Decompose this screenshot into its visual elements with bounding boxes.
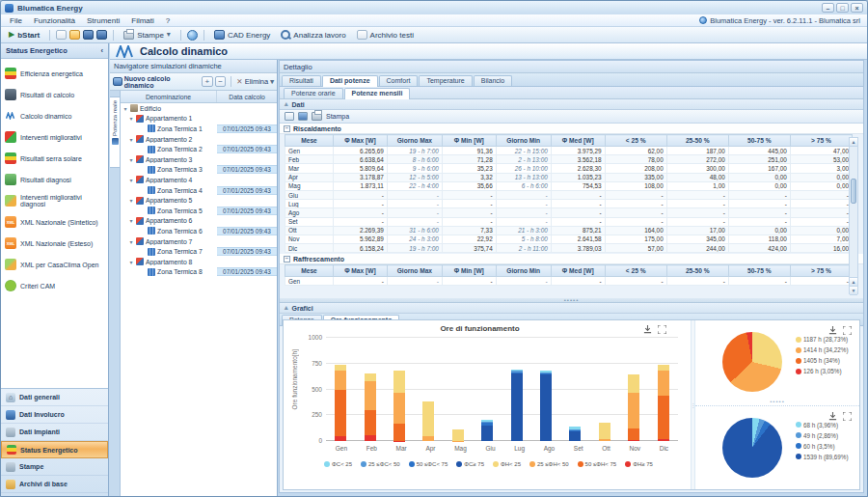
table-row[interactable]: Ott2.269,3931 - h 6:007,3321 - h 3:00875… (285, 226, 853, 235)
save-button[interactable] (83, 30, 94, 40)
column-header[interactable]: Φ Med [W] (551, 135, 605, 147)
export-blue-icon[interactable] (298, 112, 308, 121)
menu-item-file[interactable]: File (4, 16, 28, 25)
expand-all-button[interactable]: + (202, 76, 213, 87)
archivio-testi-button[interactable]: Archivio testi (353, 29, 418, 41)
tree-row[interactable]: Zona Termica 607/01/2025 09:43 (121, 226, 277, 236)
table-row[interactable]: Gen6.265,6919 - h 7:0091,3622 - h 15:003… (285, 147, 853, 155)
sidebar-item-9[interactable]: XMLXML Nazionale (Esteso) (1, 233, 108, 254)
expander-icon[interactable]: ▾ (128, 217, 134, 224)
expander-icon[interactable]: ▾ (128, 136, 134, 143)
sidebar-bottom-item-6[interactable]: Archivi di base (1, 476, 108, 493)
sidebar-bottom-item-1[interactable]: ⌂Dati generali (1, 389, 108, 406)
bar-mar[interactable] (393, 371, 405, 441)
sidebar-item-4[interactable]: Interventi migliorativi (1, 126, 108, 148)
bar-set[interactable] (569, 427, 581, 441)
column-header[interactable]: Φ Max [W] (333, 265, 387, 277)
collapse-box-icon[interactable]: − (284, 256, 290, 262)
sidebar-item-10[interactable]: XML per CasaClima Open (1, 254, 108, 275)
save-all-button[interactable] (96, 30, 107, 40)
tree-row[interactable]: ▾Appartamento 4 (121, 175, 277, 185)
table-row[interactable]: Ago--------- (285, 208, 853, 217)
cooling-group-header[interactable]: − Raffrescamento (280, 254, 863, 264)
close-button[interactable]: × (851, 3, 863, 13)
legend-item[interactable]: ΦC< 25 (324, 461, 352, 467)
bar-giu[interactable] (481, 420, 493, 441)
subtab-potenze-orarie[interactable]: Potenze orarie (284, 88, 343, 98)
bstart-button[interactable]: ▶ bStart (5, 30, 43, 41)
fullscreen-icon[interactable] (843, 412, 852, 421)
tree-row[interactable]: Zona Termica 807/01/2025 09:43 (121, 267, 277, 278)
table-row[interactable]: Dic6.158,2419 - h 7:00375,742 - h 11:003… (285, 244, 853, 253)
stampe-button[interactable]: Stampe ▾ (120, 30, 175, 41)
expander-icon[interactable]: ▾ (128, 115, 134, 122)
export-icon[interactable] (285, 112, 294, 121)
pie-legend-item[interactable]: 126 h (3,05%) (796, 368, 849, 374)
sidebar-item-11[interactable]: Criteri CAM (1, 275, 108, 296)
tree-row[interactable]: Zona Termica 307/01/2025 09:43 (121, 165, 277, 176)
scroll-up-button[interactable]: ▲ (850, 278, 857, 287)
new-calc-button[interactable]: Nuovo calcolo dinamico (124, 75, 200, 89)
column-header[interactable]: Giorno Min (496, 135, 551, 147)
pie-legend-item[interactable]: 1187 h (28,73%) (796, 336, 849, 343)
stampa-button[interactable]: Stampa (326, 113, 349, 120)
tree-row[interactable]: ▾Appartamento 5 (121, 195, 277, 206)
pie-legend-item[interactable]: 49 h (2,86%) (796, 432, 849, 439)
menu-item-strumenti[interactable]: Strumenti (81, 16, 125, 25)
column-header[interactable]: 50-75 % (728, 135, 790, 147)
column-header[interactable]: Mese (285, 265, 334, 277)
column-header[interactable]: Φ Min [W] (442, 265, 496, 277)
sidebar-bottom-item-4[interactable]: Status Energetico (1, 441, 108, 458)
cooling-scroll-buttons[interactable]: ▲ ▼ (849, 277, 858, 294)
table-row[interactable]: Gen--------- (285, 277, 853, 286)
tab-dati-potenze[interactable]: Dati potenze (322, 75, 378, 87)
legend-item[interactable]: 50 ≤ΦH< 75 (578, 461, 617, 467)
minimize-button[interactable]: – (822, 3, 834, 13)
table-row[interactable]: Feb6.638,648 - h 6:0071,282 - h 13:003.5… (285, 155, 853, 164)
table-row[interactable]: Mar5.809,649 - h 6:0035,2326 - h 10:002.… (285, 164, 853, 173)
column-header[interactable]: Giorno Min (496, 265, 551, 277)
menu-item-funzionalit[interactable]: Funzionalità (28, 16, 81, 25)
column-header[interactable]: 50-75 % (728, 265, 790, 277)
sidebar-item-1[interactable]: Efficienza energetica (1, 63, 108, 84)
column-header[interactable]: Φ Min [W] (442, 135, 496, 147)
bar-dic[interactable] (658, 365, 669, 441)
scrollbar-thumb[interactable] (851, 179, 856, 204)
legend-item[interactable]: 50 ≤ΦC< 75 (409, 461, 448, 467)
column-header[interactable]: Φ Med [W] (551, 265, 605, 277)
table-row[interactable]: Lug--------- (285, 200, 853, 208)
heating-group-header[interactable]: − Riscaldamento (280, 124, 863, 134)
table-row[interactable]: Mag1.873,1122 - h 4:0035,666 - h 6:00754… (285, 181, 853, 190)
tree-row[interactable]: Zona Termica 507/01/2025 09:43 (121, 206, 277, 216)
pie-legend-item[interactable]: 1414 h (34,22%) (796, 346, 849, 353)
column-denominazione[interactable]: Denominazione (121, 91, 217, 102)
column-header[interactable]: 25-50 % (666, 265, 728, 277)
tree-row[interactable]: Zona Termica 707/01/2025 09:43 (121, 246, 277, 257)
menu-item-filmati[interactable]: Filmati (125, 16, 160, 25)
legend-item[interactable]: 25 ≤ΦH< 50 (529, 461, 569, 467)
expander-icon[interactable]: ▾ (122, 105, 128, 112)
tree-row[interactable]: ▾Appartamento 1 (121, 114, 277, 124)
tab-bilancio[interactable]: Bilancio (474, 75, 513, 86)
tab-comfort[interactable]: Comfort (379, 75, 419, 86)
cad-energy-button[interactable]: CAD Energy (210, 29, 274, 41)
tree-row[interactable]: ▾Appartamento 8 (121, 257, 277, 267)
legend-item[interactable]: 25 ≤ΦC< 50 (361, 461, 400, 467)
bar-mag[interactable] (452, 429, 464, 441)
expander-icon[interactable]: ▾ (128, 177, 134, 183)
tree-row[interactable]: Zona Termica 207/01/2025 09:43 (121, 144, 277, 154)
tree-row[interactable]: ▾Appartamento 2 (121, 134, 277, 145)
pie-legend-item[interactable]: 60 h (3,5%) (796, 443, 849, 450)
expander-icon[interactable]: ▾ (128, 238, 134, 245)
tree-row[interactable]: Zona Termica 407/01/2025 09:43 (121, 185, 277, 196)
bar-gen[interactable] (335, 365, 346, 441)
tree-row[interactable]: ▾Appartamento 7 (121, 236, 277, 247)
tree-row[interactable]: ▾Edificio (121, 103, 277, 114)
scroll-up-button[interactable]: ▲ (850, 138, 857, 147)
tab-temperature[interactable]: Temperature (419, 75, 472, 86)
fullscreen-icon[interactable] (658, 325, 666, 334)
column-header[interactable]: Mese (285, 135, 334, 147)
sidebar-header[interactable]: Status Energetico ‹ (1, 43, 108, 59)
table-row[interactable]: Apr3.178,8712 - h 5:003,3213 - h 13:001.… (285, 173, 853, 181)
bar-feb[interactable] (365, 373, 376, 441)
